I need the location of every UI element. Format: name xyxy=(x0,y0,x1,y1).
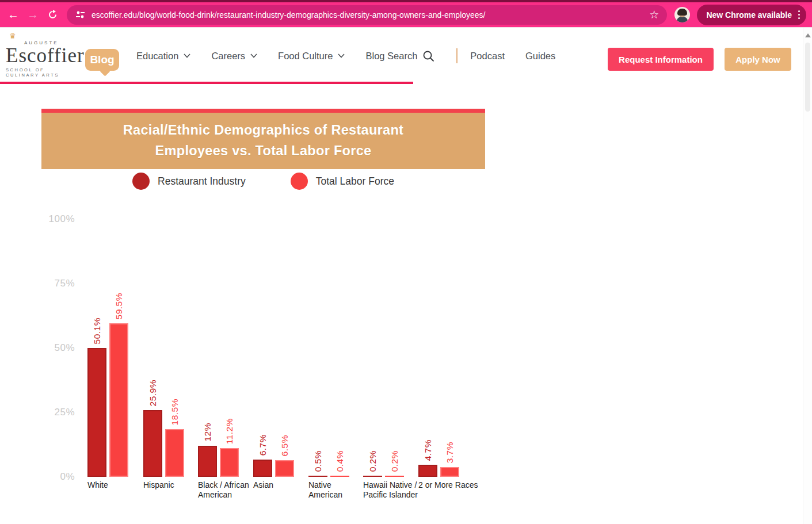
nav-label: Careers xyxy=(211,51,245,62)
bar-value-label: 0.4% xyxy=(335,450,345,472)
browser-toolbar: ← → escoffier.edu/blog/world-food-drink/… xyxy=(0,2,812,27)
legend-dot-bright-red xyxy=(291,173,308,190)
bar-restaurant-industry xyxy=(418,465,437,477)
bar-column: 50.1% xyxy=(87,318,106,477)
chrome-update-label: New Chrome available xyxy=(706,10,792,20)
x-axis-label: Black / African American xyxy=(198,480,254,500)
x-axis-label: White xyxy=(87,480,144,490)
page-content: ♛ AUGUSTE Escoffier SCHOOL OF CULINARY A… xyxy=(0,27,812,524)
legend-item-total-labor-force: Total Labor Force xyxy=(291,173,394,190)
nav-item-education[interactable]: Education xyxy=(136,51,190,62)
bar-restaurant-industry xyxy=(143,410,162,477)
nav-item-guides[interactable]: Guides xyxy=(525,51,555,62)
site-settings-icon[interactable] xyxy=(75,9,86,20)
logo-wordmark: Escoffier xyxy=(6,45,79,66)
legend-item-restaurant-industry: Restaurant Industry xyxy=(132,173,246,190)
bar-column: 0.5% xyxy=(308,450,327,477)
bar-value-label: 0.2% xyxy=(368,450,378,472)
bar-restaurant-industry xyxy=(363,476,382,477)
bookmark-star-icon[interactable]: ☆ xyxy=(649,8,659,21)
bar-total-labor-force xyxy=(385,476,404,477)
scrollbar-up-arrow[interactable] xyxy=(805,33,811,37)
y-axis-tick: 75% xyxy=(41,278,75,289)
chart-legend: Restaurant Industry Total Labor Force xyxy=(41,173,485,190)
chart-title-line1: Racial/Ethnic Demographics of Restaurant xyxy=(47,120,479,140)
chart-title-card: Racial/Ethnic Demographics of Restaurant… xyxy=(41,109,485,169)
chart-title-line2: Employees vs. Total Labor Force xyxy=(47,140,479,161)
apply-now-button[interactable]: Apply Now xyxy=(725,48,791,71)
bar-column: 0.2% xyxy=(385,450,404,477)
bar-value-label: 6.7% xyxy=(258,434,268,456)
x-axis-label: Native American xyxy=(308,480,365,500)
bar-restaurant-industry xyxy=(198,446,217,477)
nav-label: Blog Search xyxy=(365,51,417,62)
back-icon[interactable]: ← xyxy=(3,5,23,25)
bar-value-label: 0.5% xyxy=(313,450,323,472)
bar-value-label: 12% xyxy=(203,423,213,442)
avatar-body xyxy=(677,17,688,22)
bar-column: 6.7% xyxy=(253,434,272,477)
bar-restaurant-industry xyxy=(253,460,272,477)
bar-column: 6.5% xyxy=(275,435,294,477)
title-red-strip xyxy=(41,109,485,113)
site-header: ♛ AUGUSTE Escoffier SCHOOL OF CULINARY A… xyxy=(0,28,803,84)
y-axis-tick: 100% xyxy=(41,213,75,225)
bar-total-labor-force xyxy=(330,476,349,477)
bar-value-label: 0.2% xyxy=(390,450,400,472)
main-nav: Education Careers Food Culture Blog Sear… xyxy=(136,28,576,84)
chevron-down-icon xyxy=(184,53,190,58)
bar-group: 6.7%6.5% xyxy=(253,434,294,477)
nav-item-careers[interactable]: Careers xyxy=(211,51,257,62)
chevron-down-icon xyxy=(338,53,345,58)
y-axis-tick: 0% xyxy=(41,471,75,483)
logo-bottom-text: SCHOOL OF CULINARY ARTS xyxy=(6,67,79,78)
bar-value-label: 50.1% xyxy=(92,318,102,344)
bar-total-labor-force xyxy=(440,467,459,477)
page-scrollbar[interactable] xyxy=(803,28,812,524)
legend-dot-dark-red xyxy=(132,173,150,190)
chrome-update-button[interactable]: New Chrome available xyxy=(697,5,806,25)
chart-title: Racial/Ethnic Demographics of Restaurant… xyxy=(41,113,485,169)
bar-value-label: 18.5% xyxy=(170,399,180,425)
reload-glyph xyxy=(48,10,58,20)
bar-restaurant-industry xyxy=(308,476,327,477)
x-axis-label: 2 or More Races xyxy=(418,480,487,490)
bar-column: 4.7% xyxy=(418,439,437,477)
crown-icon: ♛ xyxy=(9,33,79,39)
bar-column: 11.2% xyxy=(220,418,239,477)
nav-label: Guides xyxy=(525,51,555,62)
header-actions: Request Information Apply Now xyxy=(608,48,791,71)
bar-total-labor-force xyxy=(275,460,294,477)
escoffier-logo[interactable]: ♛ AUGUSTE Escoffier SCHOOL OF CULINARY A… xyxy=(6,33,79,78)
header-accent-underline xyxy=(0,82,413,84)
avatar-hair xyxy=(677,9,687,16)
bar-column: 18.5% xyxy=(165,399,184,477)
search-icon[interactable] xyxy=(422,50,434,62)
bar-total-labor-force xyxy=(220,448,239,477)
y-axis-tick: 50% xyxy=(41,342,75,354)
bar-group: 25.9%18.5% xyxy=(143,380,184,477)
bar-groups: 50.1%59.5%25.9%18.5%12%11.2%6.7%6.5%0.5%… xyxy=(87,208,479,477)
profile-avatar[interactable] xyxy=(674,7,690,22)
nav-item-food-culture[interactable]: Food Culture xyxy=(278,51,345,62)
bar-restaurant-industry xyxy=(87,348,106,477)
nav-item-blog-search[interactable]: Blog Search xyxy=(365,50,434,62)
bar-column: 0.4% xyxy=(330,450,349,477)
menu-dots-icon[interactable] xyxy=(798,10,800,19)
nav-divider xyxy=(456,48,458,63)
nav-label: Food Culture xyxy=(278,51,333,62)
blog-badge-label: Blog xyxy=(90,53,114,66)
forward-icon[interactable]: → xyxy=(23,5,43,25)
address-bar[interactable]: escoffier.edu/blog/world-food-drink/rest… xyxy=(67,5,667,25)
x-axis-label: Asian xyxy=(253,480,310,490)
bar-total-labor-force xyxy=(109,323,128,477)
url-text[interactable]: escoffier.edu/blog/world-food-drink/rest… xyxy=(92,10,649,20)
request-information-button[interactable]: Request Information xyxy=(608,48,714,71)
reload-icon[interactable] xyxy=(43,5,62,25)
bar-value-label: 3.7% xyxy=(445,442,455,463)
legend-label: Total Labor Force xyxy=(316,175,394,188)
scrollbar-thumb[interactable] xyxy=(805,43,810,112)
bar-value-label: 6.5% xyxy=(280,435,290,456)
blog-badge[interactable]: Blog xyxy=(85,49,119,71)
nav-item-podcast[interactable]: Podcast xyxy=(470,51,505,62)
